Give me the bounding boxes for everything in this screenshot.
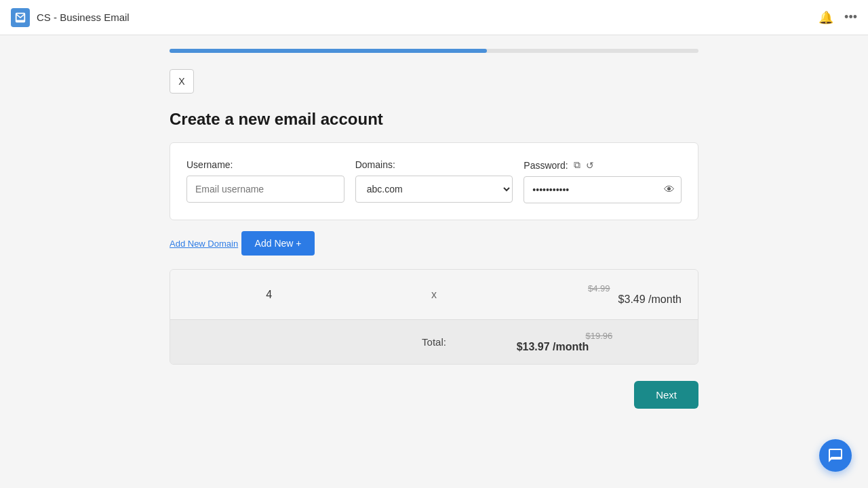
- next-btn-row: Next: [170, 381, 698, 409]
- domains-group: Domains: abc.com xyz.com mysite.com: [355, 159, 513, 203]
- form-card: Username: Domains: abc.com xyz.com mysit…: [170, 142, 698, 220]
- topbar: CS - Business Email 🔔 •••: [0, 0, 868, 35]
- close-button[interactable]: X: [170, 69, 194, 94]
- domains-label: Domains:: [355, 159, 513, 170]
- next-button[interactable]: Next: [634, 381, 698, 409]
- email-app-icon: [11, 8, 30, 27]
- password-group: Password: ⧉ ↺ 👁: [524, 159, 682, 203]
- pricing-multiplier: x: [351, 289, 516, 301]
- pricing-table: 4 x $4.99 $3.49 /month Total: $19.96 $13…: [170, 269, 698, 365]
- discounted-total: $13.97 /month: [517, 341, 589, 352]
- password-input-wrapper: 👁: [524, 176, 682, 203]
- original-total: $19.96: [517, 331, 682, 341]
- main-content: X Create a new email account Username: D…: [142, 35, 726, 436]
- refresh-password-icon[interactable]: ↺: [586, 160, 594, 171]
- password-input[interactable]: [524, 176, 682, 203]
- add-new-domain-link[interactable]: Add New Domain: [170, 239, 238, 249]
- chat-bubble-button[interactable]: [819, 439, 852, 472]
- toggle-password-icon[interactable]: 👁: [664, 184, 675, 196]
- topbar-title: CS - Business Email: [37, 12, 130, 23]
- pricing-total-row: Total: $19.96 $13.97 /month: [170, 319, 698, 364]
- pricing-main-row: 4 x $4.99 $3.49 /month: [170, 270, 698, 319]
- progress-bar-fill: [170, 49, 487, 53]
- total-label: Total:: [351, 336, 516, 348]
- progress-bar-container: [170, 49, 698, 53]
- username-group: Username:: [186, 159, 344, 203]
- domains-select[interactable]: abc.com xyz.com mysite.com: [355, 176, 513, 203]
- topbar-right: 🔔 •••: [818, 10, 857, 25]
- original-unit-price: $4.99: [517, 283, 682, 293]
- password-label-row: Password: ⧉ ↺: [524, 159, 682, 171]
- username-label: Username:: [186, 159, 344, 170]
- more-options-icon[interactable]: •••: [844, 10, 857, 24]
- page-title: Create a new email account: [170, 110, 698, 129]
- topbar-left: CS - Business Email: [11, 8, 130, 27]
- form-row: Username: Domains: abc.com xyz.com mysit…: [186, 159, 682, 203]
- discounted-unit-price: $3.49 /month: [618, 293, 682, 305]
- pricing-total-price: $19.96 $13.97 /month: [517, 331, 682, 353]
- username-input[interactable]: [186, 176, 344, 203]
- pricing-unit-price: $4.99 $3.49 /month: [517, 283, 682, 306]
- add-new-button[interactable]: Add New +: [241, 231, 315, 256]
- bell-icon[interactable]: 🔔: [818, 10, 833, 25]
- password-label: Password:: [524, 160, 568, 171]
- copy-password-icon[interactable]: ⧉: [574, 159, 580, 171]
- pricing-quantity: 4: [186, 289, 351, 301]
